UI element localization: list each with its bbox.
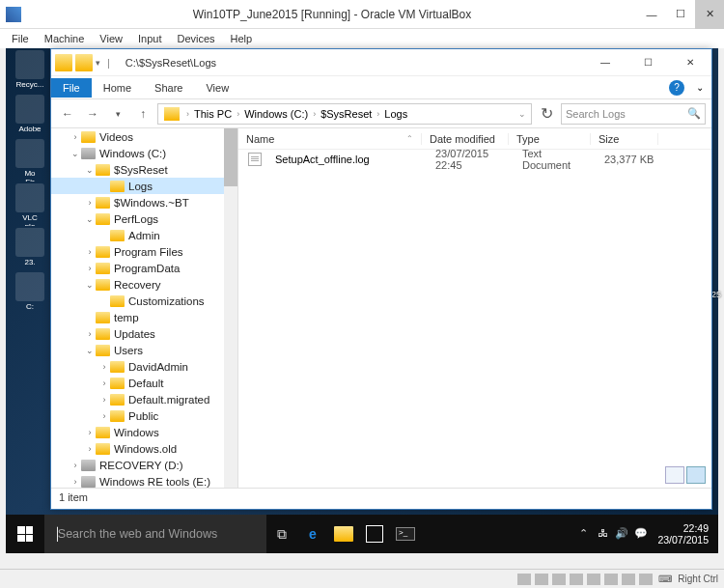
vb-close-button[interactable]: ✕ bbox=[695, 0, 724, 29]
vb-status-icon[interactable] bbox=[552, 574, 566, 585]
tree-node[interactable]: ⌄PerfLogs bbox=[51, 210, 237, 227]
ribbon-expand-icon[interactable]: ⌄ bbox=[696, 82, 704, 93]
taskbar-search-input[interactable]: │Search the web and Windows bbox=[44, 515, 266, 553]
vb-status-icon[interactable] bbox=[517, 574, 531, 585]
tree-twisty-icon[interactable]: › bbox=[70, 461, 81, 470]
tree-twisty-icon[interactable]: ⌄ bbox=[84, 214, 96, 224]
qat-dropdown-icon[interactable]: ▾ bbox=[96, 58, 100, 68]
tree-node[interactable]: ›ProgramData bbox=[51, 260, 237, 276]
back-button[interactable]: ← bbox=[57, 103, 78, 125]
vb-menu-help[interactable]: Help bbox=[223, 31, 261, 46]
tree-node[interactable]: ›Public bbox=[51, 407, 237, 424]
vb-minimize-button[interactable]: — bbox=[637, 0, 666, 29]
task-view-button[interactable]: ⧉ bbox=[266, 515, 297, 553]
desktop-icon[interactable]: VLCpla bbox=[10, 183, 50, 226]
terminal-button[interactable]: >_ bbox=[390, 515, 421, 553]
scrollbar[interactable] bbox=[224, 128, 237, 488]
up-button[interactable]: ↑ bbox=[132, 103, 153, 125]
vb-menu-devices[interactable]: Devices bbox=[169, 31, 222, 46]
forward-button[interactable]: → bbox=[82, 103, 103, 125]
tree-node[interactable]: ⌄$SysReset bbox=[51, 161, 237, 178]
desktop-icon[interactable]: C: bbox=[10, 272, 50, 315]
view-large-icons-button[interactable] bbox=[665, 466, 684, 484]
vb-menu-file[interactable]: File bbox=[4, 31, 37, 46]
tree-node[interactable]: ›$Windows.~BT bbox=[51, 194, 237, 210]
desktop-icon-recycle-bin[interactable]: Recyc... bbox=[10, 50, 50, 93]
tree-node[interactable]: Admin bbox=[51, 227, 237, 243]
breadcrumb-segment[interactable]: Windows (C:) bbox=[242, 108, 310, 120]
vb-maximize-button[interactable]: ☐ bbox=[666, 0, 695, 29]
column-date[interactable]: Date modified bbox=[422, 133, 509, 145]
tree-node[interactable]: ⌄Users bbox=[51, 342, 237, 358]
tree-node[interactable]: ›RECOVERY (D:) bbox=[51, 457, 237, 473]
maximize-button[interactable]: ☐ bbox=[627, 49, 669, 76]
vb-menu-view[interactable]: View bbox=[92, 31, 130, 46]
desktop-icon[interactable]: MoFir bbox=[10, 139, 50, 182]
tree-twisty-icon[interactable]: › bbox=[98, 411, 110, 421]
start-button[interactable] bbox=[6, 515, 44, 553]
search-input[interactable]: Search Logs 🔍 bbox=[561, 103, 706, 125]
tree-twisty-icon[interactable]: › bbox=[98, 362, 110, 372]
tree-twisty-icon[interactable]: › bbox=[84, 444, 96, 454]
breadcrumb-dropdown-icon[interactable]: ⌄ bbox=[515, 109, 529, 119]
refresh-button[interactable]: ↻ bbox=[536, 104, 557, 123]
tree-node[interactable]: ⌄Recovery bbox=[51, 276, 237, 293]
tree-node[interactable]: temp bbox=[51, 309, 237, 325]
tree-twisty-icon[interactable]: › bbox=[98, 378, 110, 388]
history-dropdown-icon[interactable]: ▾ bbox=[107, 103, 128, 125]
tree-node[interactable]: ›Default.migrated bbox=[51, 391, 237, 407]
vb-status-icon[interactable] bbox=[639, 574, 653, 585]
close-button[interactable]: ✕ bbox=[669, 49, 711, 76]
tree-twisty-icon[interactable]: › bbox=[84, 329, 96, 339]
tree-twisty-icon[interactable]: › bbox=[84, 264, 96, 273]
tree-twisty-icon[interactable]: › bbox=[98, 395, 110, 405]
explorer-titlebar[interactable]: ▾ | C:\$SysReset\Logs — ☐ ✕ bbox=[51, 49, 711, 76]
file-row[interactable]: SetupAct_offline.log23/07/2015 22:45Text… bbox=[238, 150, 711, 169]
column-type[interactable]: Type bbox=[509, 133, 591, 145]
system-tray[interactable]: ⌃ 🖧 🔊 💬 22:49 23/07/2015 bbox=[571, 522, 718, 546]
store-button[interactable] bbox=[359, 515, 390, 553]
vb-status-icon[interactable] bbox=[604, 574, 618, 585]
tree-node[interactable]: ›Program Files bbox=[51, 243, 237, 260]
tree-twisty-icon[interactable]: ⌄ bbox=[84, 280, 96, 290]
edge-browser-button[interactable]: e bbox=[297, 515, 328, 553]
tree-twisty-icon[interactable]: › bbox=[84, 247, 96, 257]
taskbar-clock[interactable]: 22:49 23/07/2015 bbox=[654, 522, 712, 546]
column-name[interactable]: Name⌃ bbox=[238, 133, 422, 145]
tab-home[interactable]: Home bbox=[92, 78, 143, 98]
tree-twisty-icon[interactable]: ⌄ bbox=[84, 165, 96, 175]
tree-node[interactable]: ›Windows bbox=[51, 424, 237, 440]
scrollbar-thumb[interactable] bbox=[224, 128, 237, 186]
tray-chevron-icon[interactable]: ⌃ bbox=[576, 527, 590, 541]
breadcrumb-segment[interactable]: This PC bbox=[192, 108, 234, 120]
tab-view[interactable]: View bbox=[194, 78, 240, 98]
vb-status-icon[interactable] bbox=[587, 574, 600, 585]
tab-share[interactable]: Share bbox=[143, 78, 194, 98]
qat-icon[interactable] bbox=[75, 54, 93, 71]
desktop-icon[interactable]: 23. bbox=[10, 228, 50, 270]
minimize-button[interactable]: — bbox=[584, 49, 627, 76]
vb-status-icon[interactable] bbox=[622, 574, 635, 585]
tree-node[interactable]: ›Updates bbox=[51, 325, 237, 342]
tree-twisty-icon[interactable]: ⌄ bbox=[84, 346, 96, 355]
tray-notifications-icon[interactable]: 💬 bbox=[634, 527, 648, 541]
tree-twisty-icon[interactable]: › bbox=[70, 477, 81, 487]
tree-node[interactable]: ›Windows RE tools (E:) bbox=[51, 473, 237, 488]
tree-node[interactable]: Customizations bbox=[51, 293, 237, 309]
tree-node[interactable]: ›Videos bbox=[51, 128, 237, 145]
view-details-button[interactable] bbox=[686, 466, 706, 484]
tree-node[interactable]: ›Windows.old bbox=[51, 440, 237, 457]
tree-twisty-icon[interactable]: › bbox=[70, 132, 81, 142]
tree-twisty-icon[interactable]: › bbox=[84, 198, 96, 208]
desktop-icon[interactable]: Adobe bbox=[10, 95, 50, 137]
tab-file[interactable]: File bbox=[51, 78, 92, 98]
vb-menu-machine[interactable]: Machine bbox=[37, 31, 93, 46]
vb-status-icon[interactable] bbox=[570, 574, 583, 585]
tree-node[interactable]: ⌄Windows (C:) bbox=[51, 145, 237, 161]
tree-twisty-icon[interactable]: › bbox=[84, 428, 96, 437]
tree-node[interactable]: ›Default bbox=[51, 375, 237, 391]
help-icon[interactable]: ? bbox=[669, 80, 684, 96]
file-list[interactable]: SetupAct_offline.log23/07/2015 22:45Text… bbox=[238, 150, 711, 488]
tree-twisty-icon[interactable]: ⌄ bbox=[70, 149, 81, 158]
file-explorer-button[interactable] bbox=[328, 515, 359, 553]
